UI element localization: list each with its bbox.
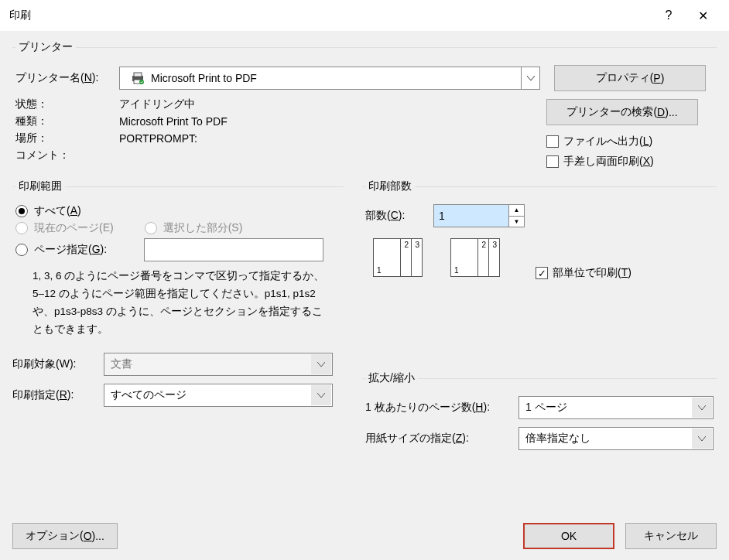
checkbox-icon bbox=[546, 155, 559, 168]
type-label: 種類： bbox=[15, 114, 119, 128]
range-pages-radio[interactable]: ページ指定(G): bbox=[15, 243, 144, 257]
copies-group: 印刷部数 部数(C): 1 ▲ ▼ 3 bbox=[362, 179, 717, 367]
printer-icon bbox=[131, 72, 145, 84]
chevron-down-icon bbox=[311, 385, 331, 405]
printer-group: プリンター プリンター名(N): Microsoft Print to PDF bbox=[12, 40, 717, 173]
pages-per-sheet-select[interactable]: 1 ページ bbox=[519, 396, 714, 419]
copies-count-label: 部数(C): bbox=[365, 209, 433, 223]
titlebar: 印刷 ? ✕ bbox=[0, 0, 729, 31]
collate-checkbox[interactable]: 部単位で印刷(T) bbox=[536, 266, 631, 280]
radio-icon bbox=[15, 205, 28, 217]
range-selection-radio: 選択した部分(S) bbox=[145, 221, 243, 235]
radio-icon bbox=[15, 244, 28, 256]
chevron-down-icon bbox=[311, 354, 331, 374]
printer-name-select[interactable]: Microsoft Print to PDF bbox=[119, 67, 540, 90]
where-label: 場所： bbox=[15, 131, 119, 145]
printer-legend: プリンター bbox=[15, 40, 76, 54]
spinner-down-icon[interactable]: ▼ bbox=[509, 217, 524, 227]
chevron-down-icon bbox=[692, 398, 712, 418]
pages-per-sheet-label: 1 枚あたりのページ数(H): bbox=[365, 401, 519, 415]
collate-illustration-1: 3 2 1 bbox=[365, 238, 435, 308]
options-button[interactable]: オプション(O)... bbox=[12, 523, 118, 549]
zoom-group: 拡大/縮小 1 枚あたりのページ数(H): 1 ページ 用紙サイズの指定(Z): bbox=[362, 371, 717, 458]
range-legend: 印刷範囲 bbox=[15, 179, 65, 193]
checkbox-icon bbox=[546, 135, 559, 148]
zoom-legend: 拡大/縮小 bbox=[365, 371, 418, 385]
manual-duplex-checkbox[interactable]: 手差し両面印刷(X) bbox=[546, 155, 654, 169]
range-hint: 1, 3, 6 のようにページ番号をコンマで区切って指定するか、5–12 のよう… bbox=[33, 268, 327, 339]
dropdown-arrow-icon bbox=[521, 67, 539, 89]
comment-label: コメント： bbox=[15, 149, 119, 162]
copies-legend: 印刷部数 bbox=[365, 179, 415, 193]
status-label: 状態： bbox=[15, 97, 119, 111]
print-specify-label: 印刷指定(R): bbox=[12, 388, 104, 402]
status-value: アイドリング中 bbox=[119, 97, 195, 111]
range-group: 印刷範囲 すべて(A) 現在のページ(E) 選択した部分(S) bbox=[12, 179, 344, 343]
copies-count-value: 1 bbox=[434, 205, 508, 227]
copies-count-spinner[interactable]: 1 ▲ ▼ bbox=[433, 204, 525, 227]
print-what-label: 印刷対象(W): bbox=[12, 357, 104, 371]
ok-button[interactable]: OK bbox=[523, 523, 614, 549]
spinner-up-icon[interactable]: ▲ bbox=[509, 205, 524, 217]
collate-illustration-2: 3 2 1 bbox=[443, 238, 512, 308]
chevron-down-icon bbox=[692, 429, 712, 449]
cancel-button[interactable]: キャンセル bbox=[625, 523, 717, 549]
range-all-radio[interactable]: すべて(A) bbox=[15, 204, 81, 218]
print-what-select[interactable]: 文書 bbox=[104, 353, 333, 376]
properties-button[interactable]: プロパティ(P) bbox=[554, 65, 706, 91]
type-value: Microsoft Print To PDF bbox=[119, 115, 228, 128]
dialog-title: 印刷 bbox=[9, 9, 652, 22]
pages-input[interactable] bbox=[144, 238, 323, 261]
where-value: PORTPROMPT: bbox=[119, 132, 197, 145]
help-button[interactable]: ? bbox=[652, 0, 686, 31]
scale-to-paper-select[interactable]: 倍率指定なし bbox=[519, 427, 714, 450]
range-current-radio: 現在のページ(E) bbox=[15, 221, 114, 235]
checkbox-icon bbox=[536, 267, 548, 279]
scale-to-paper-label: 用紙サイズの指定(Z): bbox=[365, 432, 519, 446]
printer-name-value: Microsoft Print to PDF bbox=[151, 72, 257, 84]
svg-rect-1 bbox=[134, 73, 142, 77]
radio-icon bbox=[15, 222, 28, 234]
find-printer-button[interactable]: プリンターの検索(D)... bbox=[546, 99, 698, 125]
print-to-file-checkbox[interactable]: ファイルへ出力(L) bbox=[546, 135, 652, 149]
print-specify-select[interactable]: すべてのページ bbox=[104, 384, 333, 407]
close-button[interactable]: ✕ bbox=[686, 0, 720, 31]
printer-name-label: プリンター名(N): bbox=[15, 71, 119, 85]
footer: オプション(O)... OK キャンセル bbox=[12, 523, 717, 549]
radio-icon bbox=[145, 222, 157, 234]
